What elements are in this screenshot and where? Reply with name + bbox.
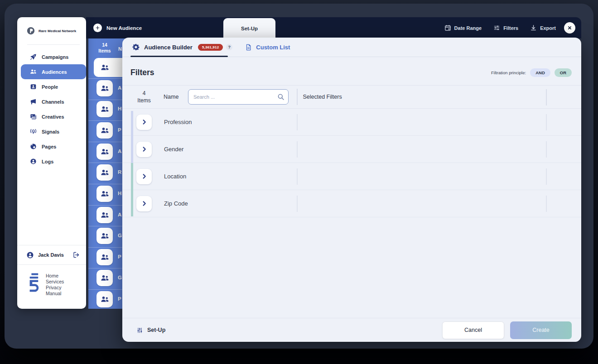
- sidebar-item-signals[interactable]: Signals: [17, 124, 86, 139]
- group-icon: [101, 63, 109, 72]
- tab-custom-list[interactable]: Custom List: [245, 44, 290, 51]
- app-screen: New Audience Set-Up Date Range Filters E…: [0, 0, 598, 364]
- close-button[interactable]: [564, 22, 575, 34]
- tab-audience-builder[interactable]: Audience Builder: [132, 43, 193, 51]
- expand-button[interactable]: [136, 142, 152, 157]
- expand-button[interactable]: [136, 196, 152, 211]
- group-icon: [101, 295, 109, 304]
- footer-link-services[interactable]: Services: [46, 279, 64, 285]
- logout-icon[interactable]: [72, 251, 80, 259]
- audience-item-button[interactable]: [96, 249, 113, 265]
- footer-setup-label: Set-Up: [147, 327, 165, 333]
- sidebar-item-channels[interactable]: Channels: [17, 94, 86, 109]
- sidebar-item-logs[interactable]: Logs: [17, 154, 86, 169]
- create-button[interactable]: Create: [510, 321, 572, 339]
- audience-item-button[interactable]: [96, 101, 113, 117]
- footer-link-manual[interactable]: Manual: [46, 291, 64, 297]
- cancel-button[interactable]: Cancel: [442, 321, 504, 339]
- chevron-right-icon: [141, 173, 148, 180]
- sidebar-item-pages[interactable]: Pages: [17, 139, 86, 154]
- filter-row-zip-code[interactable]: Zip Code: [122, 190, 581, 217]
- date-range-button[interactable]: Date Range: [444, 24, 482, 31]
- filter-row-gender[interactable]: Gender: [122, 136, 581, 163]
- filter-count: 4 Items: [129, 90, 159, 104]
- filter-row-location[interactable]: Location: [122, 163, 581, 190]
- audience-item-button[interactable]: [96, 291, 113, 307]
- sidebar-item-audiences[interactable]: Audiences: [21, 64, 86, 79]
- tab-set-up[interactable]: Set-Up: [223, 18, 275, 38]
- filter-row-label: Gender: [164, 146, 183, 153]
- audience-count-value: 14: [88, 42, 121, 48]
- tab-set-up-label: Set-Up: [241, 26, 258, 31]
- chevron-right-icon: [141, 146, 148, 153]
- audience-item-button[interactable]: [96, 59, 113, 76]
- audience-item-label: P: [118, 127, 121, 133]
- audience-item-button[interactable]: [96, 80, 113, 96]
- group-icon: [101, 105, 109, 114]
- filters-button[interactable]: Filters: [493, 24, 518, 31]
- globe-icon: [30, 143, 37, 150]
- avatar-icon: [26, 251, 34, 259]
- filter-rows: Profession Gender Location Zip Code: [122, 109, 581, 217]
- audience-item-button[interactable]: [96, 164, 113, 181]
- group-icon: [101, 274, 109, 283]
- filter-table-header: 4 Items Name Selected Filters: [122, 85, 581, 109]
- search-wrap: [188, 89, 289, 105]
- audience-item-button[interactable]: [96, 186, 113, 202]
- sidebar-item-label: Signals: [42, 129, 59, 134]
- footer-setup: Set-Up: [136, 327, 165, 334]
- selected-filters-header: Selected Filters: [303, 94, 342, 100]
- audience-item-label: G: [118, 233, 122, 238]
- modal-footer: Set-Up Cancel Create: [122, 318, 581, 342]
- footer-link-privacy[interactable]: Privacy: [46, 285, 64, 291]
- help-button[interactable]: ?: [226, 44, 232, 50]
- active-tab-underline: [130, 56, 228, 57]
- sidebar-item-creatives[interactable]: Creatives: [17, 109, 86, 124]
- sidebar-item-label: Pages: [42, 144, 56, 149]
- footer-link-home[interactable]: Home: [46, 273, 64, 279]
- or-toggle[interactable]: OR: [555, 68, 572, 77]
- user-name: Jack Davis: [38, 252, 68, 258]
- expand-button[interactable]: [136, 169, 152, 184]
- filters-title: Filters: [130, 68, 154, 77]
- row-divider: [546, 141, 547, 158]
- group-icon: [101, 232, 109, 240]
- audience-item-label: H: [118, 191, 121, 196]
- sidebar-bottom: Jack Davis Home Services Privacy Manual: [17, 245, 86, 297]
- audience-item-button[interactable]: [96, 207, 113, 223]
- chevron-right-icon: [141, 200, 148, 207]
- signal-icon: [30, 128, 37, 135]
- filter-row-profession[interactable]: Profession: [122, 109, 581, 136]
- sidebar-item-people[interactable]: People: [17, 79, 86, 94]
- audience-item-label: H: [118, 106, 121, 111]
- group-icon: [101, 126, 109, 135]
- row-divider: [297, 114, 298, 130]
- sidebar: Rare Medical Network Campaigns Audiences…: [17, 17, 86, 309]
- export-label: Export: [540, 25, 556, 31]
- top-bar: New Audience Set-Up Date Range Filters E…: [86, 17, 581, 38]
- audience-item-button[interactable]: [96, 270, 113, 286]
- group-icon: [101, 148, 109, 156]
- chevron-right-icon: [141, 119, 148, 125]
- row-divider: [297, 196, 298, 212]
- image-icon: [30, 113, 37, 120]
- sidebar-nav: Campaigns Audiences People Channels Crea…: [17, 49, 86, 169]
- audience-item-label: A: [118, 85, 121, 91]
- export-button[interactable]: Export: [530, 24, 556, 31]
- search-input[interactable]: [188, 89, 289, 105]
- sidebar-item-campaigns[interactable]: Campaigns: [17, 49, 86, 64]
- document-icon: [245, 44, 252, 51]
- group-icon: [101, 84, 109, 93]
- audience-item-button[interactable]: [96, 144, 113, 160]
- topbar-actions: Date Range Filters Export: [444, 17, 556, 38]
- expand-button[interactable]: [136, 115, 152, 130]
- and-toggle[interactable]: AND: [530, 68, 550, 77]
- row-divider: [546, 196, 547, 212]
- audience-item-button[interactable]: [96, 228, 113, 244]
- audience-item-button[interactable]: [96, 122, 113, 139]
- group-icon: [101, 190, 109, 198]
- sidebar-item-label: Logs: [42, 159, 53, 164]
- setup-sliders-icon: [136, 327, 143, 334]
- audiences-icon: [30, 68, 37, 75]
- new-audience-button[interactable]: New Audience: [93, 17, 142, 38]
